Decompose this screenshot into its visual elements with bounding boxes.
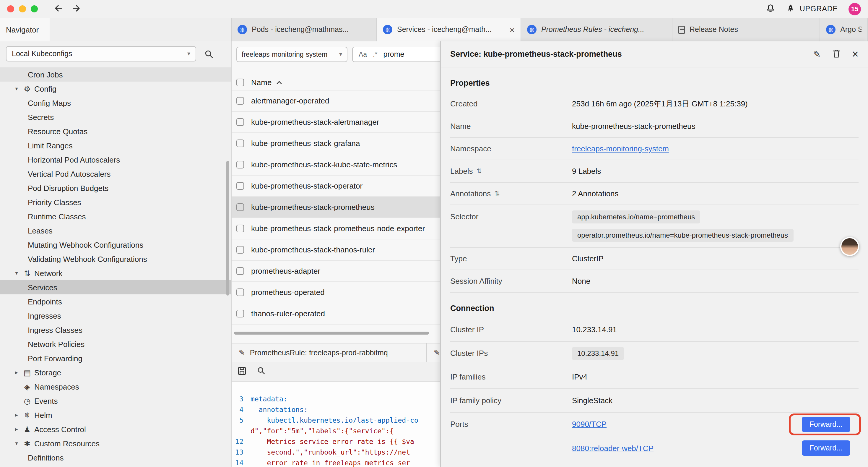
close-tab-icon[interactable]: × — [509, 25, 515, 34]
sidebar-item-limit-ranges[interactable]: Limit Ranges — [0, 138, 231, 152]
tab-prometheus-rules[interactable]: ⎈ Prometheus Rules - icecheng... — [521, 18, 673, 41]
property-row-cluster-ips: Cluster IPs 10.233.14.91 — [450, 342, 859, 365]
sidebar-item-network[interactable]: ▾⇅Network — [0, 266, 231, 280]
property-row-namespace: Namespace freeleaps-monitoring-system — [450, 138, 859, 160]
tab-services[interactable]: ⎈ Services - icecheng@math... × — [377, 18, 521, 41]
property-row-ports: Ports 9090/TCP Forward... 8080:reloader-… — [450, 413, 859, 460]
tab-argo[interactable]: ⎈ Argo S — [820, 18, 868, 41]
sidebar-item-events[interactable]: ◷Events — [0, 394, 231, 408]
dock-tab-prometheusrule[interactable]: ✎ PrometheusRule: freeleaps-prod-rabbitm… — [231, 344, 427, 362]
properties-heading: Properties — [450, 78, 859, 88]
events-clock-icon: ◷ — [21, 396, 33, 405]
sidebar-item-custom-resources[interactable]: ▾✱Custom Resources — [0, 436, 231, 450]
sidebar-item-pod-disruption-budgets[interactable]: Pod Disruption Budgets — [0, 181, 231, 195]
row-checkbox[interactable] — [236, 310, 244, 317]
sidebar-item-config[interactable]: ▾⚙Config — [0, 82, 231, 96]
kubeconfig-row: Local Kubeconfigs ▾ — [0, 41, 231, 65]
close-window-button[interactable] — [7, 5, 14, 12]
row-checkbox[interactable] — [236, 140, 244, 147]
save-icon[interactable] — [238, 366, 246, 377]
forward-button[interactable]: Forward... — [802, 440, 850, 456]
property-row-session-affinity: Session Affinity None — [450, 270, 859, 293]
kubeconfig-selector[interactable]: Local Kubeconfigs ▾ — [6, 46, 196, 61]
chevron-right-icon: ▸ — [12, 412, 21, 418]
delete-icon[interactable] — [833, 49, 840, 59]
sidebar-item-resource-quotas[interactable]: Resource Quotas — [0, 124, 231, 138]
property-row-type: Type ClusterIP — [450, 248, 859, 270]
regex-toggle[interactable]: .* — [373, 51, 377, 58]
row-checkbox[interactable] — [236, 182, 244, 190]
vertical-scrollbar[interactable] — [226, 161, 229, 296]
namespace-selector[interactable]: freeleaps-monitoring-system ▾ — [236, 47, 347, 62]
tab-release-notes[interactable]: Release Notes — [673, 18, 820, 41]
helm-icon: ⎈ — [21, 410, 33, 420]
scrollbar-thumb[interactable] — [234, 332, 429, 334]
sidebar-item-runtime-classes[interactable]: Runtime Classes — [0, 209, 231, 224]
forward-button[interactable] — [71, 3, 82, 14]
sidebar-item-helm[interactable]: ▸⎈Helm — [0, 408, 231, 422]
tab-pods[interactable]: ⎈ Pods - icecheng@mathmas... — [231, 18, 377, 41]
search-query: prome — [383, 50, 404, 59]
sidebar-item-secrets[interactable]: Secrets — [0, 110, 231, 124]
expand-updown-icon[interactable]: ⇅ — [494, 190, 500, 198]
edit-icon[interactable]: ✎ — [813, 50, 821, 59]
forward-button[interactable]: Forward... — [802, 416, 850, 432]
sidebar-item-priority-classes[interactable]: Priority Classes — [0, 195, 231, 209]
name-column-header[interactable]: Name — [251, 78, 272, 87]
chevron-down-icon: ▾ — [339, 52, 342, 57]
sidebar-item-leases[interactable]: Leases — [0, 224, 231, 238]
navigator-header: Navigator — [0, 18, 231, 41]
row-checkbox[interactable] — [236, 225, 244, 232]
kubernetes-icon: ⎈ — [826, 25, 836, 34]
row-checkbox[interactable] — [236, 118, 244, 126]
notifications-badge[interactable]: 15 — [848, 3, 861, 15]
sidebar-item-ingresses[interactable]: Ingresses — [0, 309, 231, 323]
sidebar-item-storage[interactable]: ▸▤Storage — [0, 365, 231, 380]
sidebar-item-mutating-webhook-configurations[interactable]: Mutating Webhook Configurations — [0, 238, 231, 252]
sidebar-item-network-policies[interactable]: Network Policies — [0, 337, 231, 351]
sidebar-item-horizontal-pod-autoscalers[interactable]: Horizontal Pod Autoscalers — [0, 152, 231, 167]
bell-icon[interactable] — [766, 3, 776, 14]
minimize-window-button[interactable] — [19, 5, 26, 12]
close-icon[interactable]: × — [852, 49, 859, 60]
row-checkbox[interactable] — [236, 246, 244, 254]
row-checkbox[interactable] — [236, 97, 244, 105]
sidebar-item-definitions[interactable]: Definitions — [0, 450, 231, 465]
expand-updown-icon[interactable]: ⇅ — [476, 167, 482, 175]
port-link[interactable]: 9090/TCP — [572, 420, 607, 429]
sidebar-item-config-maps[interactable]: Config Maps — [0, 96, 231, 110]
match-case-toggle[interactable]: Aa — [359, 51, 367, 58]
sidebar-item-namespaces[interactable]: ◈Namespaces — [0, 380, 231, 394]
property-row-cluster-ip: Cluster IP 10.233.14.91 — [450, 318, 859, 342]
sidebar-item-endpoints[interactable]: Endpoints — [0, 294, 231, 309]
connection-heading: Connection — [450, 303, 859, 313]
row-checkbox[interactable] — [236, 161, 244, 169]
sidebar-item-vertical-pod-autoscalers[interactable]: Vertical Pod Autoscalers — [0, 167, 231, 181]
select-all-checkbox[interactable] — [236, 79, 244, 86]
custom-resources-icon: ✱ — [21, 439, 33, 448]
search-icon[interactable] — [205, 49, 213, 58]
sidebar-item-cron-jobs[interactable]: Cron Jobs — [0, 67, 231, 82]
sidebar-item-access-control[interactable]: ▸♟Access Control — [0, 422, 231, 436]
namespaces-icon: ◈ — [21, 382, 33, 391]
back-button[interactable] — [53, 3, 63, 14]
zoom-window-button[interactable] — [31, 5, 38, 12]
chevron-right-icon: ▸ — [12, 426, 21, 432]
row-checkbox[interactable] — [236, 267, 244, 275]
pencil-icon: ✎ — [434, 349, 440, 356]
namespace-link[interactable]: freeleaps-monitoring-system — [572, 144, 669, 153]
row-checkbox[interactable] — [236, 203, 244, 211]
upgrade-button[interactable]: UPGRADE — [786, 4, 838, 14]
sidebar-item-services[interactable]: Services — [0, 280, 231, 294]
row-checkbox[interactable] — [236, 289, 244, 296]
sort-asc-icon — [276, 80, 282, 85]
port-link[interactable]: 8080:reloader-web/TCP — [572, 444, 653, 453]
user-avatar[interactable] — [840, 237, 859, 256]
rocket-icon — [786, 4, 796, 14]
navigator-title: Navigator — [0, 18, 50, 41]
navigator-sidebar: Local Kubeconfigs ▾ Cron Jobs ▾⚙Config C… — [0, 41, 231, 467]
sidebar-item-port-forwarding[interactable]: Port Forwarding — [0, 351, 231, 365]
sidebar-item-validating-webhook-configurations[interactable]: Validating Webhook Configurations — [0, 252, 231, 266]
sidebar-item-ingress-classes[interactable]: Ingress Classes — [0, 323, 231, 337]
search-icon[interactable] — [257, 367, 265, 377]
